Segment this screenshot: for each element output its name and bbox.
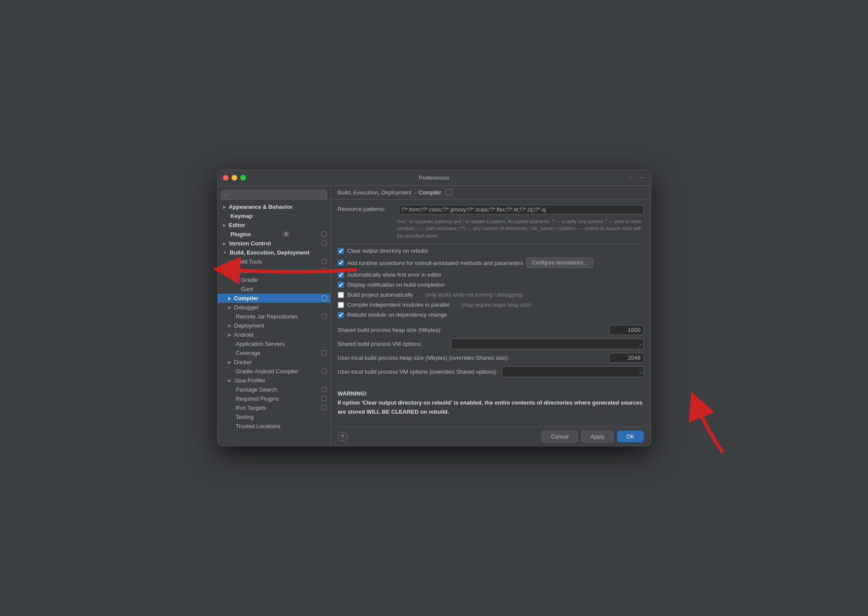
checkbox-add-runtime: Add runtime assertions for notnull-annot… <box>338 258 644 268</box>
sidebar-item-build-exec-deploy[interactable]: ▼ Build, Execution, Deployment <box>218 248 330 257</box>
user-heap-input[interactable] <box>609 353 644 363</box>
sidebar-item-java-profiler[interactable]: ▶ Java Profiler <box>218 376 330 385</box>
sidebar-item-docker[interactable]: ▶ Docker <box>218 358 330 367</box>
search-box[interactable]: ⌕ <box>221 190 327 200</box>
search-input[interactable] <box>229 192 324 198</box>
sidebar-item-label: Java Profiler <box>234 377 266 384</box>
expand-icon: ▶ <box>228 360 232 365</box>
expand-icon: ▶ <box>228 305 232 310</box>
sidebar-item-label: Version Control <box>229 240 271 247</box>
sidebar-item-label: Gradle-Android Compiler <box>236 368 299 375</box>
coverage-icon <box>322 350 327 355</box>
rebuild-module-label: Rebuild module on dependency change <box>347 311 447 318</box>
expand-icon: ▼ <box>223 250 227 255</box>
back-arrow[interactable]: ← <box>628 174 635 181</box>
sidebar-item-gradle[interactable]: Gradle <box>218 275 330 285</box>
user-vm-expand-icon[interactable]: ⤢ <box>639 371 642 375</box>
sidebar-item-app-servers[interactable]: Application Servers <box>218 339 330 348</box>
configure-annotations-button[interactable]: Configure annotations... <box>526 258 593 268</box>
add-runtime-checkbox[interactable] <box>338 260 344 266</box>
sidebar-item-gradle-android[interactable]: Gradle-Android Compiler <box>218 367 330 376</box>
cancel-button[interactable]: Cancel <box>542 431 578 442</box>
expand-icon: ▶ <box>223 223 226 228</box>
required-plugins-icon <box>322 396 327 401</box>
auto-show-error-checkbox[interactable] <box>338 272 344 278</box>
compile-parallel-checkbox[interactable] <box>338 302 344 308</box>
sidebar-item-label: Coverage <box>236 350 260 356</box>
compiler-icon <box>322 295 327 301</box>
sidebar-item-version-control[interactable]: ▶ Version Control <box>218 239 330 248</box>
checkbox-clear-output: Clear output directory on rebuild <box>338 248 644 254</box>
checkbox-auto-show-error: Automatically show first error in editor <box>338 271 644 278</box>
shared-vm-label: Shared build process VM options: <box>338 341 447 347</box>
compile-parallel-note: (may require larger heap size) <box>461 302 531 308</box>
resource-patterns-row: Resource patterns: <box>338 205 644 214</box>
build-auto-checkbox[interactable] <box>338 292 344 298</box>
forward-arrow[interactable]: → <box>639 174 646 181</box>
sidebar-item-label: Gradle <box>241 277 258 283</box>
sidebar-item-label: Keymap <box>231 213 253 219</box>
breadcrumb-part-1: Build, Execution, Deployment <box>338 189 412 196</box>
sidebar-item-appearance[interactable]: ▶ Appearance & Behavior <box>218 202 330 211</box>
rebuild-module-checkbox[interactable] <box>338 312 344 318</box>
sidebar-item-gant[interactable]: Gant <box>218 285 330 294</box>
sidebar-item-compiler[interactable]: ▶ Compiler <box>218 294 330 303</box>
expand-icon: ▶ <box>228 296 232 301</box>
sidebar-item-label: Run Targets <box>236 405 266 411</box>
run-targets-icon <box>322 405 327 410</box>
sidebar-item-label: Deployment <box>234 322 264 329</box>
minimize-button[interactable] <box>232 175 237 181</box>
sidebar-item-maven[interactable]: ▶ Maven <box>218 266 330 275</box>
sidebar-item-label: Package Search <box>236 386 277 393</box>
build-tools-icon <box>322 259 327 264</box>
expand-icon: ▶ <box>228 323 232 328</box>
maximize-button[interactable] <box>240 175 246 181</box>
sidebar-item-trusted-locations[interactable]: Trusted Locations <box>218 422 330 431</box>
user-vm-input-wrap: ⤢ <box>502 366 643 377</box>
shared-vm-expand-icon[interactable]: ⤢ <box>639 343 642 348</box>
shared-vm-input-wrap: ⤢ <box>451 338 644 349</box>
expand-icon: ▶ <box>233 268 237 273</box>
breadcrumb-part-2: Compiler <box>419 189 441 196</box>
sidebar-item-label: Testing <box>236 414 254 420</box>
warning-text: WARNING! If option 'Clear output directo… <box>338 389 644 416</box>
expand-icon: ▶ <box>228 378 232 383</box>
sidebar-item-required-plugins[interactable]: Required Plugins <box>218 394 330 403</box>
sidebar-item-debugger[interactable]: ▶ Debugger <box>218 303 330 312</box>
search-icon: ⌕ <box>224 192 227 198</box>
shared-vm-input[interactable] <box>451 338 644 349</box>
sidebar-item-label: Remote Jar Repositories <box>236 313 298 320</box>
shared-heap-input[interactable] <box>609 325 644 335</box>
sidebar-item-plugins[interactable]: Plugins 8 <box>218 230 330 239</box>
gradle-android-icon <box>322 368 327 374</box>
expand-icon: ▼ <box>228 259 232 264</box>
sidebar-item-android[interactable]: ▶ Android <box>218 330 330 339</box>
sidebar-item-coverage[interactable]: Coverage <box>218 348 330 358</box>
ok-button[interactable]: OK <box>617 431 644 442</box>
dialog-title: Preferences <box>419 174 449 181</box>
close-button[interactable] <box>223 175 229 181</box>
remote-jar-icon <box>322 314 327 319</box>
user-vm-input[interactable] <box>502 366 643 377</box>
clear-output-checkbox[interactable] <box>338 248 344 254</box>
sidebar-item-label: Maven <box>239 268 256 274</box>
sidebar-item-package-search[interactable]: Package Search <box>218 385 330 394</box>
warning-body: If option 'Clear output directory on reb… <box>338 399 643 415</box>
checkbox-rebuild-module: Rebuild module on dependency change <box>338 311 644 318</box>
sidebar: ⌕ ▶ Appearance & Behavior Keymap ▶ Edito… <box>218 186 331 446</box>
sidebar-item-editor[interactable]: ▶ Editor <box>218 221 330 230</box>
sidebar-item-deployment[interactable]: ▶ Deployment <box>218 321 330 330</box>
display-notification-checkbox[interactable] <box>338 282 344 288</box>
sidebar-item-label: Gant <box>241 286 253 292</box>
sidebar-item-testing[interactable]: Testing <box>218 412 330 422</box>
shared-heap-label: Shared build process heap size (Mbytes): <box>338 327 605 333</box>
resource-patterns-input[interactable] <box>399 205 644 214</box>
sidebar-item-label: Required Plugins <box>236 395 279 402</box>
sidebar-item-remote-jar[interactable]: Remote Jar Repositories <box>218 312 330 321</box>
sidebar-item-run-targets[interactable]: Run Targets <box>218 403 330 412</box>
maven-icon <box>322 268 327 273</box>
help-button[interactable]: ? <box>338 432 347 442</box>
sidebar-item-build-tools[interactable]: ▼ Build Tools <box>218 257 330 266</box>
sidebar-item-keymap[interactable]: Keymap <box>218 211 330 221</box>
apply-button[interactable]: Apply <box>581 431 614 442</box>
